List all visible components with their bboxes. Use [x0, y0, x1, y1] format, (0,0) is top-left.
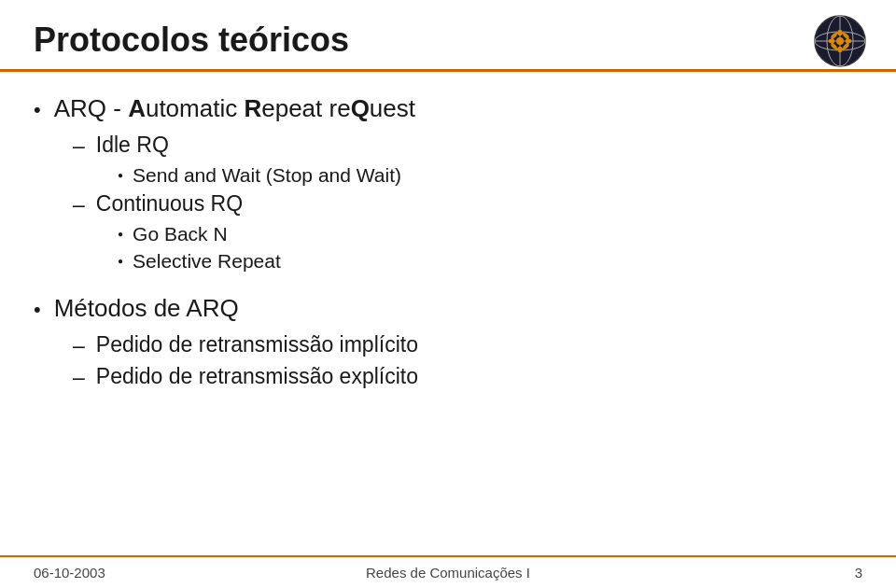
slide-content: • ARQ - Automatic Repeat reQuest – Idle … [0, 72, 896, 555]
bullet-symbol-1: • [34, 98, 41, 122]
bullet-idle-rq: – Idle RQ [73, 133, 862, 159]
svg-rect-10 [846, 39, 851, 43]
svg-point-6 [836, 37, 844, 45]
footer-date: 06-10-2003 [34, 565, 241, 581]
svg-rect-9 [829, 39, 834, 43]
dash-symbol-2: – [73, 192, 85, 217]
arq-text: ARQ - Automatic Repeat reQuest [54, 94, 415, 123]
bullet-send-wait: ● Send and Wait (Stop and Wait) [118, 164, 862, 187]
slide-footer: 06-10-2003 Redes de Comunicações I 3 [0, 555, 896, 588]
idle-rq-label: Idle RQ [96, 133, 169, 158]
slide: Protocolos teóricos • ARQ - Automatic Re… [0, 0, 896, 588]
slide-header: Protocolos teóricos [0, 0, 896, 72]
section-gap [34, 277, 862, 294]
logo [812, 13, 868, 69]
bullet-pedido-explicito: – Pedido de retransmissão explícito [73, 364, 862, 390]
bullet-symbol-2: • [34, 298, 41, 322]
go-back-n-label: Go Back N [133, 223, 228, 245]
bullet-selective-repeat: ● Selective Repeat [118, 250, 862, 273]
bullet-pedido-implicito: – Pedido de retransmissão implícito [73, 332, 862, 358]
continuous-rq-label: Continuous RQ [96, 191, 243, 217]
metodos-label: Métodos de ARQ [54, 294, 239, 323]
selective-repeat-label: Selective Repeat [133, 250, 281, 273]
pedido-explicito-label: Pedido de retransmissão explícito [96, 364, 418, 389]
small-bullet-1: ● [118, 170, 123, 180]
bullet-metodos: • Métodos de ARQ [34, 294, 862, 323]
small-bullet-3: ● [118, 256, 123, 266]
bullet-arq: • ARQ - Automatic Repeat reQuest [34, 94, 862, 123]
dash-symbol-3: – [73, 333, 85, 358]
small-bullet-2: ● [118, 229, 123, 239]
pedido-implicito-label: Pedido de retransmissão implícito [96, 332, 418, 357]
footer-page: 3 [655, 565, 862, 581]
svg-rect-7 [838, 30, 842, 35]
dash-symbol-4: – [73, 365, 85, 390]
bullet-go-back-n: ● Go Back N [118, 223, 862, 245]
footer-center: Redes de Comunicações I [241, 565, 655, 581]
dash-symbol-1: – [73, 133, 85, 159]
send-wait-label: Send and Wait (Stop and Wait) [133, 164, 401, 187]
slide-title: Protocolos teóricos [34, 21, 862, 60]
bullet-continuous-rq: – Continuous RQ [73, 191, 862, 217]
svg-rect-8 [838, 47, 842, 52]
